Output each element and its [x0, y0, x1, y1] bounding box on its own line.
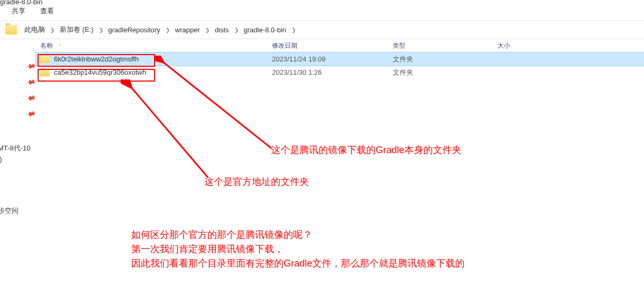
annotation-text: 这个是腾讯的镜像下载的Gradle本身的文件夹	[271, 143, 461, 157]
folder-icon[interactable]	[5, 25, 17, 34]
chevron-right-icon[interactable]: ❯	[98, 27, 104, 33]
breadcrumb-item[interactable]: wrapper	[173, 24, 202, 35]
file-list: 名称 ˆ 修改日期 类型 大小 6k0r2teiklnbww2d2ogtmsff…	[36, 40, 644, 302]
breadcrumb-item[interactable]: 此电脑	[22, 23, 47, 36]
left-sidebar: 📌 📌 📌 📌 MT-8代-10 :) 步空间	[0, 40, 36, 302]
column-name[interactable]: 名称 ˆ	[36, 41, 268, 50]
menu-share[interactable]: 共享	[12, 6, 25, 16]
left-text: MT-8代-10 :)	[0, 143, 30, 165]
annotation-text: 如何区分那个官方的那个是腾讯镜像的呢？ 第一次我们肯定要用腾讯镜像下载， 因此我…	[131, 228, 465, 271]
folder-icon	[40, 56, 50, 63]
left-text: 步空间	[0, 206, 19, 216]
chevron-right-icon[interactable]: ❯	[49, 27, 56, 33]
breadcrumb-item[interactable]: 新加卷 (E:)	[58, 23, 96, 36]
table-row[interactable]: ca5e32bp14vu59qr306oxotwh 2023/11/30 1:2…	[36, 66, 644, 79]
pin-icon[interactable]: 📌	[25, 92, 37, 103]
cell-date: 2023/11/24 19:09	[268, 55, 388, 63]
breadcrumb-item[interactable]: dists	[213, 24, 231, 35]
pin-icon[interactable]: 📌	[25, 60, 37, 72]
folder-icon	[40, 69, 50, 76]
chevron-right-icon[interactable]: ❯	[204, 27, 211, 33]
svg-line-3	[131, 87, 208, 177]
menu-view[interactable]: 查看	[40, 6, 54, 16]
column-date[interactable]: 修改日期	[268, 41, 388, 50]
table-row[interactable]: 6k0r2teiklnbww2d2ogtmsffh 2023/11/24 19:…	[36, 52, 644, 66]
cell-name: ca5e32bp14vu59qr306oxotwh	[36, 68, 268, 76]
cell-name: 6k0r2teiklnbww2d2ogtmsffh	[36, 55, 268, 63]
chevron-right-icon[interactable]: ❯	[233, 27, 240, 33]
annotation-text: 这个是官方地址的文件夹	[204, 175, 309, 189]
breadcrumb: 此电脑 ❯ 新加卷 (E:) ❯ gradleRepository ❯ wrap…	[22, 23, 297, 36]
column-type[interactable]: 类型	[388, 41, 493, 50]
column-size[interactable]: 大小	[493, 41, 557, 50]
cell-type: 文件夹	[388, 55, 493, 64]
chevron-right-icon[interactable]: ❯	[165, 27, 171, 33]
menu-bar: 共享 查看	[0, 4, 66, 18]
toolbar: 此电脑 ❯ 新加卷 (E:) ❯ gradleRepository ❯ wrap…	[0, 20, 644, 39]
annotation-arrow	[121, 79, 216, 185]
sort-arrow-icon: ˆ	[59, 43, 61, 49]
chevron-right-icon[interactable]: ❯	[291, 27, 297, 33]
breadcrumb-item[interactable]: gradleRepository	[106, 24, 162, 35]
cell-date: 2023/11/30 1:26	[268, 68, 388, 76]
cell-type: 文件夹	[388, 68, 493, 77]
pin-icon[interactable]: 📌	[25, 108, 37, 119]
column-headers: 名称 ˆ 修改日期 类型 大小	[36, 40, 644, 52]
pin-icon[interactable]: 📌	[25, 76, 37, 87]
breadcrumb-item[interactable]: gradle-8.0-bin	[242, 24, 288, 35]
